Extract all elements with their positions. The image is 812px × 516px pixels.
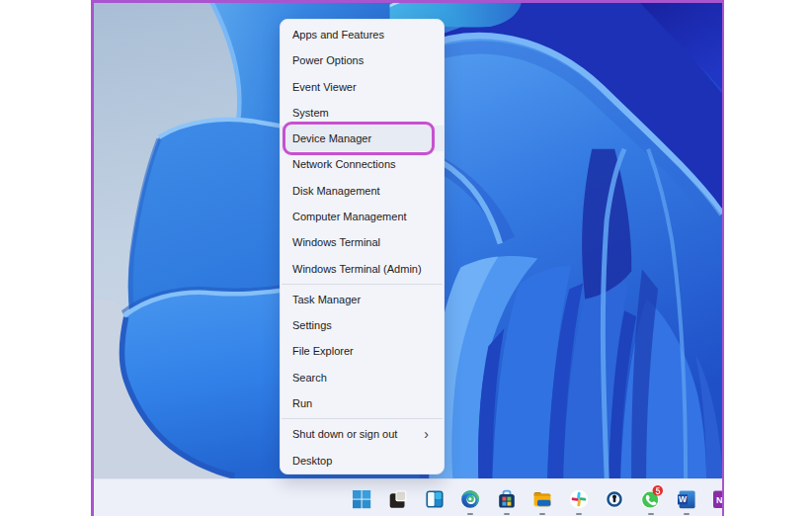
svg-text:W: W <box>679 494 688 504</box>
svg-text:N: N <box>716 495 723 505</box>
